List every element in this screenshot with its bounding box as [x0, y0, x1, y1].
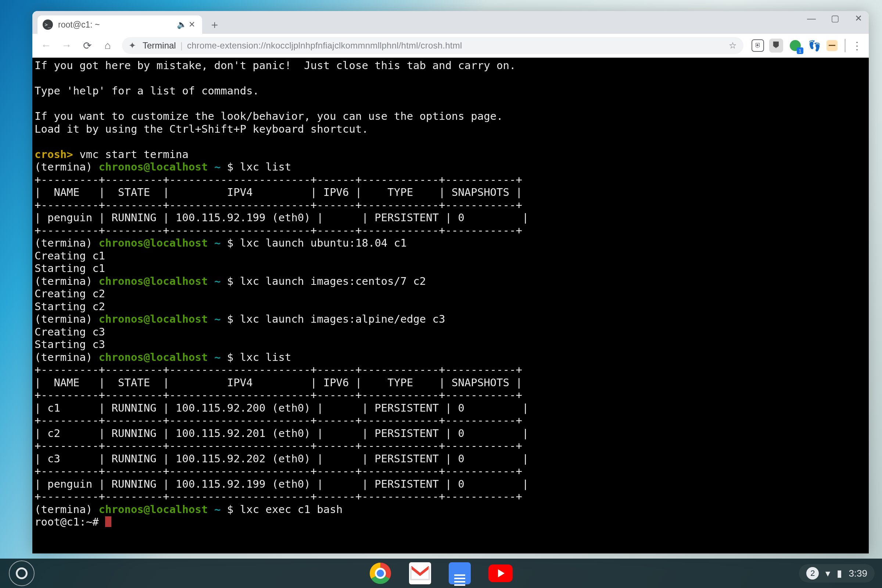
extension-green-icon[interactable]: 1 [788, 39, 802, 52]
omnibox-url: chrome-extension://nkoccljplnhpfnfiajclk… [187, 40, 462, 51]
notification-count-badge: 2 [806, 567, 819, 579]
browser-window: >_ root@c1: ~ 🔈 ✕ ＋ — ▢ ✕ ← → ⟳ ⌂ ✦ Term… [32, 11, 869, 554]
browser-toolbar: ← → ⟳ ⌂ ✦ Terminal | chrome-extension://… [32, 34, 869, 58]
term-dollar: $ [227, 351, 240, 363]
term-cmd: lxc exec c1 bash [240, 503, 342, 516]
term-cmd: lxc launch images:centos/7 c2 [240, 275, 426, 287]
term-cmd: lxc list [240, 351, 291, 363]
browser-menu-button[interactable]: ⋮ [850, 40, 864, 52]
tab-close-icon[interactable]: ✕ [187, 20, 197, 29]
term-dollar: $ [227, 160, 240, 173]
term-divider: +---------+---------+-------------------… [34, 224, 522, 237]
term-line: Starting c2 [34, 300, 105, 313]
term-row: | c2 | RUNNING | 100.115.92.201 (eth0) |… [34, 427, 528, 440]
term-prompt-open: (termina) [34, 503, 99, 516]
term-divider: +---------+---------+-------------------… [34, 174, 522, 186]
clock: 3:39 [849, 568, 867, 579]
back-button[interactable]: ← [37, 36, 55, 55]
app-docs[interactable] [449, 562, 471, 584]
term-divider: +---------+---------+-------------------… [34, 465, 522, 477]
app-youtube[interactable] [488, 564, 513, 582]
term-cmd: lxc list [240, 160, 291, 173]
term-prompt-open: (termina) [34, 351, 99, 363]
term-header: | NAME | STATE | IPV4 | IPV6 | TYPE | SN… [34, 376, 522, 389]
tab-audio-icon[interactable]: 🔈 [176, 20, 187, 29]
app-chrome[interactable] [369, 562, 392, 584]
window-controls: — ▢ ✕ [805, 13, 865, 24]
term-user: chronos@localhost [99, 237, 208, 249]
terminal-output[interactable]: If you got here by mistake, don't panic!… [32, 58, 869, 554]
term-dollar: $ [227, 275, 240, 287]
term-row: | penguin | RUNNING | 100.115.92.199 (et… [34, 212, 528, 224]
term-prompt-open: (termina) [34, 237, 99, 249]
home-button[interactable]: ⌂ [99, 36, 117, 55]
window-close-icon[interactable]: ✕ [852, 13, 865, 24]
extension-ublock-icon[interactable]: ⛊ [769, 39, 783, 52]
tab-title: root@c1: ~ [58, 20, 176, 30]
term-dollar: $ [227, 237, 240, 249]
term-divider: +---------+---------+-------------------… [34, 490, 522, 503]
term-line: Creating c1 [34, 249, 105, 262]
term-user: chronos@localhost [99, 351, 208, 363]
browser-tab[interactable]: >_ root@c1: ~ 🔈 ✕ [38, 15, 202, 34]
term-prompt-open: (termina) [34, 275, 99, 287]
desktop: >_ root@c1: ~ 🔈 ✕ ＋ — ▢ ✕ ← → ⟳ ⌂ ✦ Term… [0, 0, 882, 588]
term-row: | penguin | RUNNING | 100.115.92.199 (et… [34, 478, 528, 490]
term-header: | NAME | STATE | IPV4 | IPV6 | TYPE | SN… [34, 186, 522, 198]
term-line: Type 'help' for a list of commands. [34, 84, 259, 97]
launcher-button[interactable] [9, 560, 34, 586]
term-divider: +---------+---------+-------------------… [34, 414, 522, 427]
term-line: Creating c2 [34, 287, 105, 300]
term-prompt-open: (termina) [34, 313, 99, 325]
term-cmd: lxc launch ubuntu:18.04 c1 [240, 237, 407, 249]
terminal-cursor [105, 516, 111, 527]
app-gmail[interactable] [409, 562, 431, 584]
extension-badge: 1 [797, 47, 803, 54]
term-line: Load it by using the Ctrl+Shift+P keyboa… [34, 123, 368, 135]
term-line: Starting c1 [34, 262, 105, 274]
term-line: Creating c3 [34, 326, 105, 338]
term-divider: +---------+---------+-------------------… [34, 199, 522, 212]
extension-gnome-icon[interactable]: 👣 [807, 39, 821, 52]
term-row: | c1 | RUNNING | 100.115.92.200 (eth0) |… [34, 402, 528, 414]
term-line: If you got here by mistake, don't panic!… [34, 59, 516, 72]
term-path: ~ [208, 503, 227, 516]
reload-button[interactable]: ⟳ [78, 36, 96, 55]
term-divider: +---------+---------+-------------------… [34, 389, 522, 401]
status-tray[interactable]: 2 ▾ ▮ 3:39 [799, 564, 874, 582]
bookmark-star-icon[interactable]: ☆ [729, 40, 737, 51]
term-row: | c3 | RUNNING | 100.115.92.202 (eth0) |… [34, 452, 528, 465]
term-divider: +---------+---------+-------------------… [34, 440, 522, 452]
window-minimize-icon[interactable]: — [805, 13, 818, 24]
term-divider: +---------+---------+-------------------… [34, 363, 522, 376]
term-dollar: $ [227, 503, 240, 516]
term-user: chronos@localhost [99, 275, 208, 287]
term-user: chronos@localhost [99, 503, 208, 516]
term-dollar: $ [227, 313, 240, 325]
extension-icons: ⛨ ⛊ 1 👣 [752, 39, 837, 52]
forward-button[interactable]: → [57, 36, 76, 55]
crosh-cmd: vmc start termina [73, 148, 189, 160]
chrome-icon [370, 562, 391, 584]
term-path: ~ [208, 351, 227, 363]
extension-box-icon[interactable] [826, 40, 837, 51]
term-path: ~ [208, 237, 227, 249]
tab-strip: >_ root@c1: ~ 🔈 ✕ ＋ — ▢ ✕ [32, 11, 869, 34]
battery-icon: ▮ [837, 568, 842, 579]
term-cmd: lxc launch images:alpine/edge c3 [240, 313, 446, 325]
omnibox-separator: | [180, 40, 183, 51]
term-path: ~ [208, 313, 227, 325]
omnibox-origin-label: Terminal [142, 40, 176, 51]
term-user: chronos@localhost [99, 160, 208, 173]
crosh-prompt: crosh> [34, 148, 73, 160]
term-prompt-open: (termina) [34, 160, 99, 173]
omnibox[interactable]: ✦ Terminal | chrome-extension://nkoccljp… [122, 37, 744, 54]
extension-bitwarden-icon[interactable]: ⛨ [752, 39, 764, 52]
new-tab-button[interactable]: ＋ [207, 16, 223, 33]
terminal-favicon-icon: >_ [43, 20, 53, 30]
term-path: ~ [208, 160, 227, 173]
chromeos-shelf: 2 ▾ ▮ 3:39 [0, 559, 882, 588]
term-user: chronos@localhost [99, 313, 208, 325]
toolbar-divider [845, 39, 845, 52]
window-maximize-icon[interactable]: ▢ [828, 13, 842, 24]
